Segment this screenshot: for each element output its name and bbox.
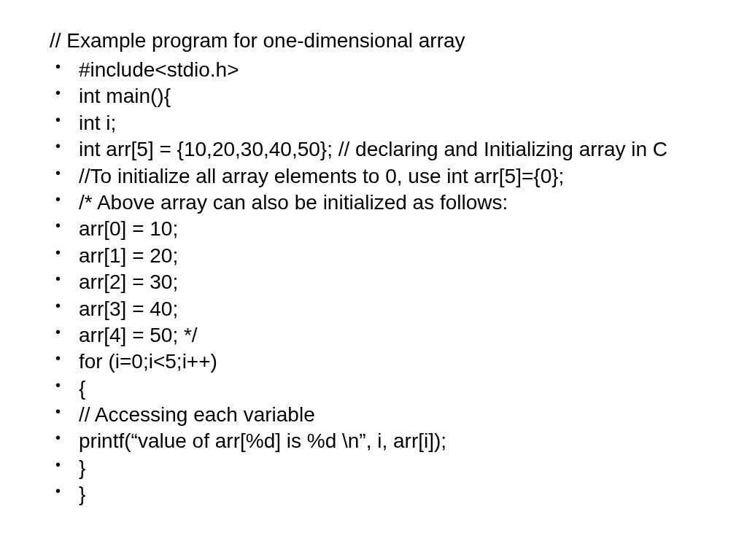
code-line: int arr[5] = {10,20,30,40,50}; // declar… [44, 136, 703, 163]
code-line: } [44, 455, 703, 481]
code-line: arr[0] = 10; [44, 216, 703, 242]
code-line: arr[3] = 40; [44, 296, 703, 322]
code-line: arr[2] = 30; [44, 269, 703, 295]
code-line: //To initialize all array elements to 0,… [44, 163, 703, 190]
code-line: } [44, 481, 703, 508]
code-line: { [44, 376, 703, 402]
code-line: printf(“value of arr[%d] is %d \n”, i, a… [44, 428, 703, 454]
code-line: arr[4] = 50; */ [44, 322, 703, 349]
code-line: arr[1] = 20; [44, 243, 703, 269]
code-line: /* Above array can also be initialized a… [44, 190, 703, 216]
code-line: // Accessing each variable [44, 402, 703, 428]
slide-title: // Example program for one-dimensional a… [44, 29, 703, 52]
code-line: int main(){ [44, 83, 703, 109]
code-line: int i; [44, 110, 703, 136]
code-line: for (i=0;i<5;i++) [44, 349, 703, 375]
code-bullet-list: #include<stdio.h> int main(){ int i; int… [44, 57, 703, 508]
code-line: #include<stdio.h> [44, 57, 703, 83]
